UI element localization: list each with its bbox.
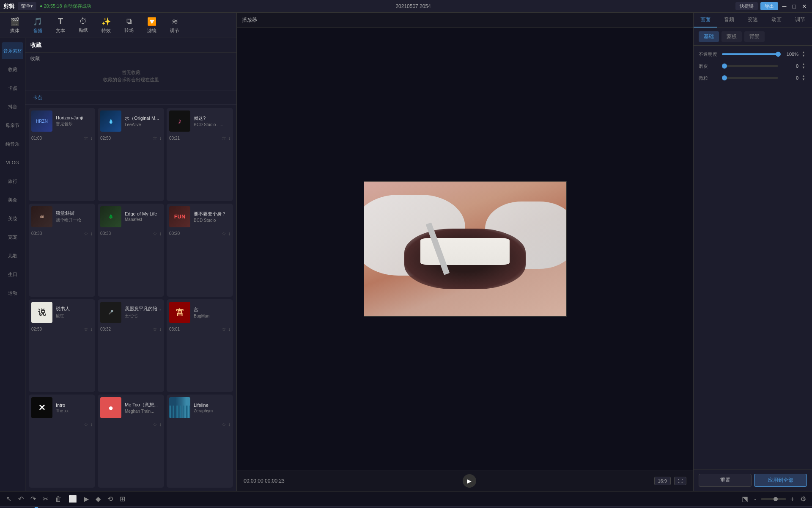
sidebar-item-mothers[interactable]: 母亲节: [2, 117, 23, 134]
export-button[interactable]: 导出: [760, 2, 778, 10]
tl-undo-btn[interactable]: ↶: [16, 494, 25, 504]
tool-audio[interactable]: 🎵 音频: [27, 14, 48, 36]
opacity-slider[interactable]: [722, 53, 778, 55]
tl-zoom-slider[interactable]: [761, 498, 786, 500]
music-download-10[interactable]: ↓: [90, 422, 93, 428]
sidebar-item-favorites[interactable]: 收藏: [2, 61, 23, 78]
tl-keyframe-btn[interactable]: ◆: [94, 494, 102, 504]
tl-zoom-thumb[interactable]: [774, 497, 778, 501]
sidebar-item-travel[interactable]: 旅行: [2, 173, 23, 190]
sidebar-item-kids[interactable]: 儿歌: [2, 247, 23, 264]
tool-transition[interactable]: ⧉ 转场: [118, 14, 140, 36]
shortcut-button[interactable]: 快捷键: [735, 2, 758, 10]
sidebar-item-dating[interactable]: 宠宠: [2, 229, 23, 246]
sharp-slider[interactable]: [722, 77, 778, 79]
music-download-3[interactable]: ↓: [228, 135, 230, 141]
music-card-3[interactable]: ♪ 就这? BCD Studio - ... 00:21 ☆↓: [167, 108, 233, 201]
tl-redo-btn[interactable]: ↷: [29, 494, 38, 504]
fullscreen-button[interactable]: ⛶: [674, 477, 686, 485]
right-tab-audio[interactable]: 音频: [717, 13, 741, 28]
sidebar-item-birthday[interactable]: 生日: [2, 266, 23, 283]
close-button[interactable]: ✕: [800, 3, 809, 10]
tool-tuning[interactable]: ≋ 调节: [164, 14, 185, 36]
reset-button[interactable]: 重置: [699, 474, 752, 487]
opacity-down[interactable]: ▼: [802, 54, 807, 58]
play-button[interactable]: ▶: [463, 474, 476, 488]
music-card-7[interactable]: 说 说书人 硫红 02:59 ☆↓: [29, 299, 95, 392]
music-star-12[interactable]: ☆: [222, 422, 226, 428]
right-subtab-basic[interactable]: 基础: [699, 31, 719, 42]
tool-media[interactable]: 🎬 媒体: [4, 14, 25, 36]
music-download-5[interactable]: ↓: [159, 231, 162, 237]
tl-snap-btn[interactable]: ⊞: [118, 494, 127, 504]
music-star-7[interactable]: ☆: [84, 326, 88, 332]
music-download-6[interactable]: ↓: [228, 231, 230, 237]
tl-select-btn[interactable]: ↖: [4, 494, 13, 504]
tool-filter[interactable]: 🔽 滤镜: [141, 14, 162, 36]
sidebar-item-kapu[interactable]: 卡点: [2, 80, 23, 97]
tl-zoom-in-btn[interactable]: +: [789, 494, 796, 504]
music-download-4[interactable]: ↓: [90, 231, 93, 237]
tl-fit-btn[interactable]: ⬔: [740, 494, 750, 504]
menu-button[interactable]: 荣单▾: [18, 2, 36, 10]
right-tab-speed[interactable]: 变速: [741, 13, 765, 28]
cat-tab-kapu[interactable]: 卡点: [30, 94, 45, 102]
music-download-9[interactable]: ↓: [228, 326, 230, 332]
sidebar-item-pure[interactable]: 纯音乐: [2, 135, 23, 152]
music-star-8[interactable]: ☆: [153, 326, 157, 332]
minimize-button[interactable]: ─: [781, 3, 788, 10]
tl-settings-btn[interactable]: ⚙: [798, 494, 808, 504]
maximize-button[interactable]: □: [791, 3, 798, 10]
music-card-10[interactable]: ✕ ✕ Intro The xx: [29, 395, 95, 488]
tl-transform-btn[interactable]: ⟲: [106, 494, 115, 504]
tl-delete-btn[interactable]: 🗑: [53, 494, 63, 504]
music-download-12[interactable]: ↓: [228, 422, 230, 428]
music-download-7[interactable]: ↓: [90, 326, 93, 332]
tl-play-btn[interactable]: ▶: [82, 494, 91, 504]
music-download-8[interactable]: ↓: [159, 326, 162, 332]
sharp-down[interactable]: ▼: [802, 78, 807, 81]
music-card-9[interactable]: 宫 宫 BugMan 03:01 ☆↓: [167, 299, 233, 392]
right-subtab-mask[interactable]: 蒙板: [721, 31, 742, 42]
right-tab-tuning[interactable]: 调节: [788, 13, 812, 28]
music-card-12[interactable]: Lifeline Zeraphym ☆↓: [167, 395, 233, 488]
music-card-2[interactable]: 💧 水（Original M... LeeAlive 02:50 ☆↓: [98, 108, 164, 201]
tool-text[interactable]: T 文本: [50, 14, 71, 36]
sidebar-item-tiktok[interactable]: 抖音: [2, 98, 23, 115]
tl-zoom-out-btn[interactable]: -: [752, 494, 758, 504]
music-card-5[interactable]: 🌲 Edge of My Life Manafest 03:33 ☆↓: [98, 204, 164, 297]
music-card-6[interactable]: FUN 要不要变个身？ BCD Studio 00:20 ☆↓: [167, 204, 233, 297]
music-star-2[interactable]: ☆: [153, 135, 157, 141]
sidebar-item-music[interactable]: 音乐素材: [2, 42, 23, 59]
blur-slider[interactable]: [722, 65, 778, 67]
sidebar-item-sports[interactable]: 运动: [2, 284, 23, 301]
blur-down[interactable]: ▼: [802, 66, 807, 69]
tool-effect[interactable]: ✨ 特效: [96, 14, 117, 36]
right-subtab-bg[interactable]: 背景: [744, 31, 765, 42]
tool-sticker[interactable]: ⏱ 贴纸: [73, 14, 94, 36]
right-tab-animation[interactable]: 动画: [765, 13, 788, 28]
tl-cut-btn[interactable]: ✂: [41, 494, 50, 504]
music-star-5[interactable]: ☆: [153, 231, 157, 237]
music-star-10[interactable]: ☆: [84, 422, 88, 428]
music-star-4[interactable]: ☆: [84, 231, 88, 237]
aspect-ratio-button[interactable]: 16:9: [654, 477, 671, 485]
sidebar-item-food[interactable]: 美食: [2, 191, 23, 208]
music-star-11[interactable]: ☆: [153, 422, 157, 428]
apply-all-button[interactable]: 应用到全部: [754, 474, 807, 487]
music-star-3[interactable]: ☆: [222, 135, 226, 141]
music-star-1[interactable]: ☆: [84, 135, 88, 141]
music-star-9[interactable]: ☆: [222, 326, 226, 332]
music-download-11[interactable]: ↓: [159, 422, 162, 428]
sidebar-item-beauty[interactable]: 美妆: [2, 210, 23, 227]
music-download-1[interactable]: ↓: [90, 135, 93, 141]
music-download-2[interactable]: ↓: [159, 135, 162, 141]
music-card-11[interactable]: ● Me Too（意想... Meghan Train... ☆↓: [98, 395, 164, 488]
tl-crop-btn[interactable]: ⬜: [67, 494, 79, 504]
music-star-6[interactable]: ☆: [222, 231, 226, 237]
music-card-1[interactable]: HRZN Horizon-Janji 普见音乐 01:00 ☆ ↓: [29, 108, 95, 201]
sidebar-item-vlog[interactable]: VLOG: [2, 154, 23, 171]
right-tab-screen[interactable]: 画面: [694, 13, 717, 28]
music-card-4[interactable]: 🏙 狼堂斜街 接个啥开一枪 03:33 ☆↓: [29, 204, 95, 297]
music-card-8[interactable]: 🎤 我愿意平凡的陪... 王七七 00:32 ☆↓: [98, 299, 164, 392]
